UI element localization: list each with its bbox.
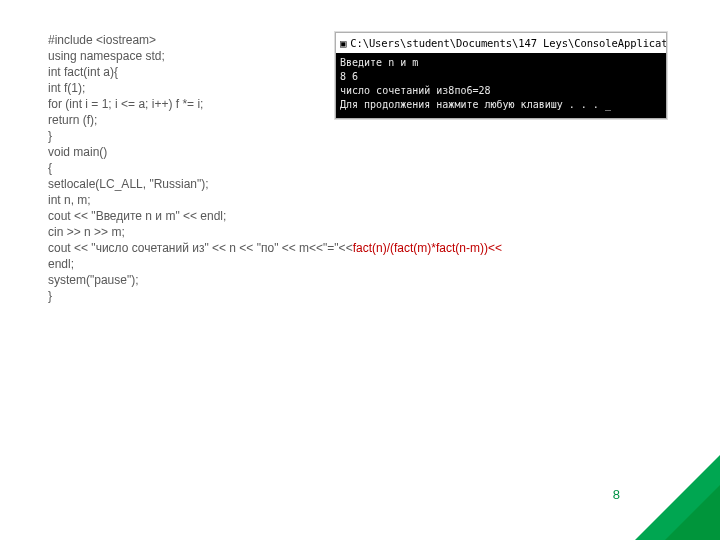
code-line: cout << "Введите n и m" << endl; bbox=[48, 208, 608, 224]
code-line: void main() bbox=[48, 144, 608, 160]
console-title: C:\Users\student\Documents\147 Leys\Cons… bbox=[350, 37, 666, 49]
code-line: } bbox=[48, 288, 608, 304]
console-line: число сочетаний из8по6=28 bbox=[340, 84, 662, 98]
slide: #include <iostream> using namespace std;… bbox=[0, 0, 720, 540]
console-line: Введите n и m bbox=[340, 56, 662, 70]
console-titlebar: ▣ C:\Users\student\Documents\147 Leys\Co… bbox=[336, 33, 666, 53]
console-line: 8 6 bbox=[340, 70, 662, 84]
code-text: cout << "число сочетаний из" << n << "по… bbox=[48, 241, 353, 255]
code-line: cout << "число сочетаний из" << n << "по… bbox=[48, 240, 608, 256]
code-line: cin >> n >> m; bbox=[48, 224, 608, 240]
page-number: 8 bbox=[613, 487, 620, 502]
code-line: endl; bbox=[48, 256, 608, 272]
code-line: int n, m; bbox=[48, 192, 608, 208]
corner-decoration-inner bbox=[665, 485, 720, 540]
code-line: { bbox=[48, 160, 608, 176]
console-output: Введите n и m8 6число сочетаний из8по6=2… bbox=[336, 53, 666, 118]
code-line: system("pause"); bbox=[48, 272, 608, 288]
code-highlight: fact(n)/(fact(m)*fact(n-m))<< bbox=[353, 241, 502, 255]
console-line: Для продолжения нажмите любую клавишу . … bbox=[340, 98, 662, 112]
console-window: ▣ C:\Users\student\Documents\147 Leys\Co… bbox=[335, 32, 667, 119]
code-line: setlocale(LC_ALL, "Russian"); bbox=[48, 176, 608, 192]
code-line: } bbox=[48, 128, 608, 144]
console-icon: ▣ bbox=[340, 37, 346, 49]
